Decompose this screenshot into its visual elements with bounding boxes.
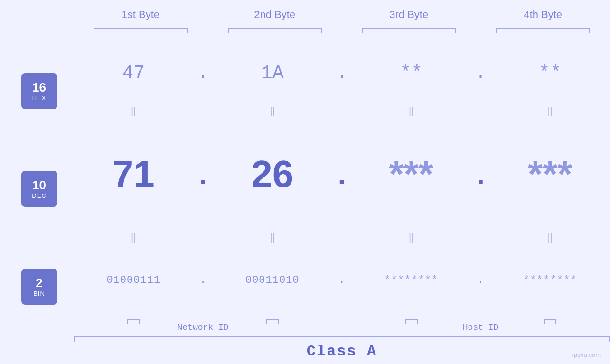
dec-cell-3: *** [351,155,471,193]
bin-cell-1: 01000111 [74,274,194,286]
host-id-label: Host ID [351,323,610,332]
network-bracket-col2 [213,319,333,320]
host-bracket-col4 [490,319,610,320]
hex-badge: 16 HEX [21,73,57,109]
bracket-dot-spacer-1 [194,319,213,320]
hex-dot-1: . [194,64,213,83]
bin-cell-2: 00011010 [213,274,333,286]
vsep-1: || [74,105,194,116]
bottom-brackets-row [74,319,610,320]
bin-row: 01000111 . 00011010 . ******** . *******… [74,244,610,316]
bracket-dot-spacer-2 [332,319,351,320]
sep-dec-bin: || || || || [74,231,610,244]
main-container: 1st Byte 2nd Byte 3rd Byte 4th Byte 16 H… [0,0,610,364]
hex-badge-number: 16 [32,81,46,94]
bin-dot-3: . [471,274,490,286]
footer: ipshu.com [572,351,601,358]
class-label-row: Class A [74,343,610,364]
vsep-2: || [213,105,333,116]
dec-dot-2: . [332,162,351,191]
vsep2-4: || [490,232,610,243]
data-area: 47 . 1A . ** . ** || || [74,42,610,364]
bin-cell-3: ******** [351,274,471,286]
bin-badge: 2 BIN [21,269,57,305]
dec-cell-1: 71 [74,155,194,193]
dec-badge-label: DEC [32,192,46,199]
hex-badge-label: HEX [32,94,47,102]
host-bracket-col3 [351,319,471,320]
network-bracket-col1 [74,319,194,320]
vsep-4: || [490,105,610,116]
network-id-label: Network ID [74,323,332,332]
bin-badge-number: 2 [36,276,42,290]
hex-row: 47 . 1A . ** . ** [74,42,610,104]
byte-headers: 1st Byte 2nd Byte 3rd Byte 4th Byte [0,9,610,21]
byte-header-1: 1st Byte [74,9,208,21]
bin-dot-1: . [194,274,213,286]
dec-cell-4: *** [490,155,610,193]
byte-header-4: 4th Byte [476,9,610,21]
bin-badge-label: BIN [33,290,45,297]
sep-hex-dec: || || || || [74,104,610,117]
vsep2-2: || [213,232,333,243]
dec-dot-1: . [194,162,213,191]
hex-cell-1: 47 [74,63,194,84]
vsep2-3: || [351,232,471,243]
badges-column: 16 HEX 10 DEC 2 BIN [5,42,74,364]
hex-cell-2: 1A [213,63,333,84]
bin-cell-4: ******** [490,274,610,286]
byte-header-2: 2nd Byte [208,9,342,21]
vsep-3: || [351,105,471,116]
dec-row: 71 . 26 . *** . *** [74,117,610,231]
hex-dot-2: . [332,64,351,83]
dec-cell-2: 26 [213,155,333,193]
dec-dot-3: . [471,162,490,191]
hex-dot-3: . [471,64,490,83]
dec-badge-number: 10 [32,178,46,192]
id-labels-row: Network ID Host ID [74,323,610,332]
bracket-dot-spacer-3 [471,319,490,320]
rows-area: 16 HEX 10 DEC 2 BIN 47 . 1A [0,42,610,364]
dec-badge: 10 DEC [21,171,57,207]
byte-header-3: 3rd Byte [342,9,476,21]
hex-cell-3: ** [351,63,471,84]
hex-cell-4: ** [490,63,610,84]
vsep2-1: || [74,232,194,243]
bin-dot-2: . [332,274,351,286]
